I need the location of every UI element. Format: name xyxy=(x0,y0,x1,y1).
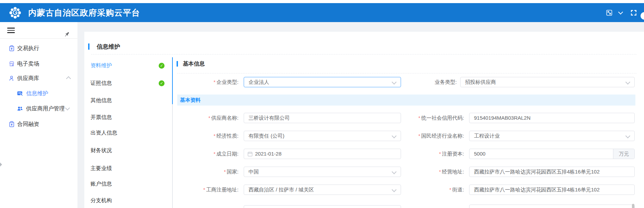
nav-item-major-performance[interactable]: 主要业绩 xyxy=(91,165,146,172)
sidebar-item-label: 合同融资 xyxy=(17,119,39,129)
scrollbar-thumb[interactable] xyxy=(632,204,634,208)
pin-icon[interactable] xyxy=(64,31,70,37)
enterprise-type-select[interactable]: 企业法人 xyxy=(244,77,401,87)
nav-item-invoice-info[interactable]: 开票信息 xyxy=(91,113,146,121)
required-asterisk: * xyxy=(213,133,215,139)
nav-item-other-info[interactable]: 其他信息 xyxy=(91,97,146,104)
supplier-name-input[interactable]: 三桥设计有限公司 xyxy=(244,113,401,123)
nav-item-account-info[interactable]: 账户信息 xyxy=(91,180,146,188)
page-title: 信息维护 xyxy=(97,43,120,51)
subsection-header: 基本资料 xyxy=(177,95,635,106)
input-value: 西藏拉萨市八一路哈达滨河花园西区五排4栋16单元102 xyxy=(474,167,625,177)
input-value: 5000 xyxy=(474,149,610,159)
field-label: *街道: xyxy=(386,185,464,195)
required-asterisk: * xyxy=(439,169,441,175)
street-input[interactable]: 西藏拉萨市八一路哈达滨河花园西区五排4栋16单元102 xyxy=(469,185,635,195)
required-asterisk: * xyxy=(203,187,205,192)
select-value: 中国 xyxy=(249,167,391,177)
check-complete-icon: ✓ xyxy=(159,63,165,69)
select-value: 工程设计业 xyxy=(474,131,625,141)
user-icon xyxy=(9,75,15,81)
sidebar-topbar xyxy=(0,22,77,39)
sidebar-item-contract-financing[interactable]: 合同融资 xyxy=(0,119,77,129)
check-complete-icon: ✓ xyxy=(159,80,165,86)
sidebar-item-e-marketplace[interactable]: 电子卖场 xyxy=(0,59,77,69)
calendar-icon xyxy=(247,151,253,157)
field-label: *经营地址: xyxy=(386,167,464,177)
input-value: 91540194MAB03RAL2N xyxy=(474,113,625,123)
sidebar-item-label: 交易执行 xyxy=(17,43,39,53)
chevron-down-icon xyxy=(625,133,630,138)
input-value: 三桥设计有限公司 xyxy=(249,113,391,123)
required-asterisk: * xyxy=(418,115,420,121)
nav-item-license-info[interactable]: 证照信息 xyxy=(91,79,146,87)
storefront-icon xyxy=(9,61,15,67)
field-label: 业务类型: xyxy=(392,77,457,87)
fullscreen-icon[interactable] xyxy=(630,9,637,16)
capital-unit-suffix: 万元 xyxy=(613,149,634,159)
sidebar-item-label: 供应商用户管理 xyxy=(26,103,65,114)
chevron-up-icon xyxy=(66,76,71,81)
users-icon xyxy=(17,106,23,112)
menu-collapse-icon[interactable] xyxy=(7,26,15,34)
nav-item-financial-status[interactable]: 财务状况 xyxy=(91,147,146,154)
sidebar-item-trade-execution[interactable]: 交易执行 xyxy=(0,43,77,53)
sidebar-item-supplier-user-management[interactable]: 供应商用户管理 xyxy=(0,103,77,114)
business-type-select[interactable]: 招投标供应商 xyxy=(460,77,635,87)
document-search-icon xyxy=(17,90,23,97)
select-value: 有限责任 (公司) xyxy=(249,131,391,141)
registered-capital-input[interactable]: 5000 万元 xyxy=(469,149,635,159)
required-asterisk: * xyxy=(449,187,451,192)
field-label: *国家: xyxy=(176,167,239,177)
title-accent-bar xyxy=(88,43,89,50)
avatar[interactable] xyxy=(641,12,644,20)
app-window: 内蒙古自治区政府采购云平台 xyxy=(0,0,644,208)
nav-item-data-maintenance[interactable]: 资料维护 xyxy=(91,62,146,69)
section-accent-bar xyxy=(177,61,178,67)
required-asterisk: * xyxy=(208,115,210,121)
field-label: *国民经济行业名称: xyxy=(386,131,464,141)
header-bar: 内蒙古自治区政府采购云平台 xyxy=(0,3,644,22)
nav-item-investor-info[interactable]: 出资人信息 xyxy=(91,129,146,137)
platform-logo-icon xyxy=(9,6,22,19)
field-label: *工商注册地址: xyxy=(176,185,239,195)
resize-box-icon[interactable] xyxy=(606,9,613,16)
section-title: 基本信息 xyxy=(183,60,205,68)
required-asterisk: * xyxy=(213,151,215,157)
divider xyxy=(91,54,636,55)
chevron-down-icon xyxy=(625,80,630,85)
input-value: 西藏拉萨市八一路哈达滨河花园西区五排4栋16单元102 xyxy=(474,185,625,195)
input-value: 2021-01-28 xyxy=(255,149,391,159)
select-value: 西藏自治区 / 拉萨市 / 城关区 xyxy=(249,185,391,195)
registration-address-cascader[interactable]: 西藏自治区 / 拉萨市 / 城关区 xyxy=(244,185,401,195)
required-asterisk: * xyxy=(439,151,441,157)
industry-name-select[interactable]: 工程设计业 xyxy=(469,131,635,141)
required-asterisk: * xyxy=(418,133,420,139)
sidebar-item-label: 供应商库 xyxy=(17,73,39,83)
field-label: *企业类型: xyxy=(176,77,239,87)
country-select[interactable]: 中国 xyxy=(244,167,401,177)
panel-expand-arrow[interactable] xyxy=(0,162,2,167)
active-section-indicator xyxy=(172,57,173,104)
required-asterisk: * xyxy=(213,79,215,85)
app-title: 内蒙古自治区政府采购云平台 xyxy=(28,3,140,22)
field-label: *统一社会信用代码: xyxy=(386,113,464,123)
nav-item-branch-info[interactable]: 分支机构 xyxy=(91,197,146,204)
section-timeline xyxy=(172,104,173,208)
economic-nature-select[interactable]: 有限责任 (公司) xyxy=(244,131,401,141)
chevron-down-icon xyxy=(65,106,70,110)
required-asterisk: * xyxy=(224,169,225,175)
select-value: 企业法人 xyxy=(249,77,391,87)
sidebar-item-info-maintenance[interactable]: 信息维护 xyxy=(0,88,77,99)
next-field-partial[interactable] xyxy=(469,205,635,208)
next-field-partial[interactable] xyxy=(244,205,401,208)
credit-code-input[interactable]: 91540194MAB03RAL2N xyxy=(469,113,635,123)
chevron-down-icon[interactable] xyxy=(618,10,623,14)
clipboard-yen-icon xyxy=(9,45,15,51)
sidebar-item-supplier-library[interactable]: 供应商库 xyxy=(0,73,77,83)
establish-date-input[interactable]: 2021-01-28 xyxy=(244,149,401,159)
select-value: 招投标供应商 xyxy=(465,77,625,87)
sidebar-item-label: 信息维护 xyxy=(26,88,48,99)
business-address-input[interactable]: 西藏拉萨市八一路哈达滨河花园西区五排4栋16单元102 xyxy=(469,167,635,177)
field-label: *供应商名称: xyxy=(176,113,239,123)
